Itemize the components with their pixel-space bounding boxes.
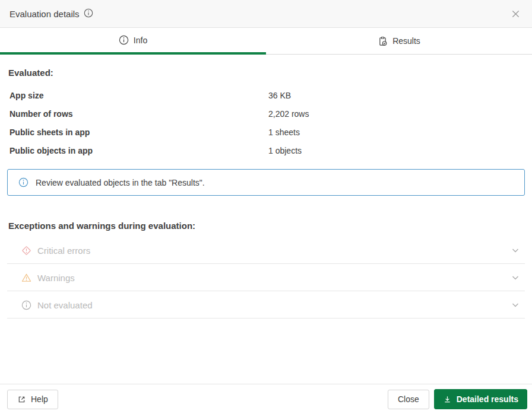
accordion-warnings[interactable]: Warnings xyxy=(0,264,532,291)
tab-info-label: Info xyxy=(134,36,147,45)
detailed-results-button-label: Detailed results xyxy=(457,394,518,404)
accordion-label: Not evaluated xyxy=(37,300,93,310)
dialog-body: Evaluated: App size 36 KB Number of rows… xyxy=(0,55,532,384)
close-icon xyxy=(511,9,520,18)
chevron-down-icon xyxy=(511,273,520,282)
info-banner: Review evaluated objects in the tab "Res… xyxy=(7,169,525,196)
detailed-results-button[interactable]: Detailed results xyxy=(434,389,527,409)
external-link-icon xyxy=(17,395,26,404)
close-button[interactable] xyxy=(507,5,524,22)
help-button[interactable]: Help xyxy=(7,390,58,409)
row-value: 36 KB xyxy=(268,91,291,100)
dialog-title-text: Evaluation details xyxy=(10,9,80,19)
download-icon xyxy=(443,395,452,404)
table-row: App size 36 KB xyxy=(0,86,532,104)
row-value: 2,202 rows xyxy=(268,109,309,119)
evaluated-heading: Evaluated: xyxy=(8,68,524,78)
row-value: 1 sheets xyxy=(268,128,300,137)
exceptions-heading: Exceptions and warnings during evaluatio… xyxy=(8,221,524,231)
row-label: Public sheets in app xyxy=(10,128,268,137)
accordion-critical-errors[interactable]: Critical errors xyxy=(0,237,532,264)
accordion-not-evaluated[interactable]: Not evaluated xyxy=(0,291,532,319)
row-label: Public objects in app xyxy=(10,146,268,155)
row-label: Number of rows xyxy=(10,109,268,119)
tab-results[interactable]: Results xyxy=(266,28,532,55)
info-circle-icon xyxy=(21,300,31,310)
tab-results-label: Results xyxy=(392,36,420,46)
row-value: 1 objects xyxy=(268,146,302,155)
table-row: Public sheets in app 1 sheets xyxy=(0,123,532,141)
info-circle-icon xyxy=(18,177,28,187)
help-button-label: Help xyxy=(31,394,48,404)
chevron-down-icon xyxy=(511,246,520,255)
evaluation-details-dialog: Evaluation details Info xyxy=(0,0,532,414)
dialog-title: Evaluation details xyxy=(10,9,93,19)
chevron-down-icon xyxy=(511,300,520,310)
clipboard-check-icon xyxy=(378,36,388,46)
close-button-label: Close xyxy=(398,394,419,404)
dialog-header: Evaluation details xyxy=(0,0,532,28)
tab-bar: Info Results xyxy=(0,28,532,55)
critical-diamond-icon xyxy=(21,246,31,256)
dialog-footer: Help Close Detailed results xyxy=(0,384,532,414)
accordion-label: Warnings xyxy=(37,273,75,283)
tab-info[interactable]: Info xyxy=(0,28,266,55)
info-circle-icon xyxy=(119,35,129,45)
evaluated-table: App size 36 KB Number of rows 2,202 rows… xyxy=(0,86,532,160)
row-label: App size xyxy=(10,91,268,100)
info-banner-text: Review evaluated objects in the tab "Res… xyxy=(36,178,205,187)
close-dialog-button[interactable]: Close xyxy=(388,390,429,409)
exceptions-accordion: Critical errors Warnings xyxy=(0,237,532,319)
accordion-label: Critical errors xyxy=(37,246,90,256)
info-icon[interactable] xyxy=(84,8,93,18)
table-row: Number of rows 2,202 rows xyxy=(0,104,532,123)
table-row: Public objects in app 1 objects xyxy=(0,141,532,160)
warning-triangle-icon xyxy=(21,273,31,283)
